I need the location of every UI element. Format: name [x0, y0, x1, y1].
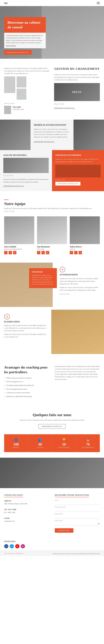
social-fb-1[interactable]: f: [4, 251, 8, 254]
equipe-section: Notre équipe Sample text. Click to selec…: [0, 191, 104, 260]
logo[interactable]: logo: [4, 2, 8, 4]
field1-input[interactable]: [55, 502, 100, 505]
member-role-1: gérance de la programmation: [4, 248, 34, 250]
stat-number-clients: 40: [30, 442, 51, 446]
avantage-item-6: Renforcez vos opportunités de réseautage: [4, 395, 49, 398]
hero-section: Bienvenue au cabinet de conseil Lorem ip…: [0, 6, 104, 59]
faits-btn[interactable]: APPRENDRE ENCORE PLUS: [39, 424, 66, 429]
social-icons-3: f t in: [70, 251, 100, 254]
gestion-left-text: Sample text. Click to select the text bo…: [4, 67, 50, 75]
social-youtube[interactable]: ▶: [15, 544, 19, 548]
newsletter-col-title: REJOINDRE NOTRE NEWSLETTER: [55, 494, 89, 497]
equipe-intro: Sample text. Click to select the text bo…: [4, 207, 100, 210]
strat-left: STRATÉGIE Sed blandit libero volutpat se…: [0, 262, 53, 307]
faits-title: Quelques faits sur nous: [4, 413, 100, 417]
social-fb-2[interactable]: f: [37, 251, 40, 254]
team-member-3: Jeffrey Brown directeur f t in: [70, 216, 100, 254]
social-row: f t ▶ in: [4, 544, 100, 548]
stat-icon-equipe: 🏆: [54, 438, 75, 442]
field4-select[interactable]: [55, 522, 100, 526]
models-learn-more[interactable]: APPRENDRE ENCORE PLUS: [34, 141, 54, 142]
stat-recompenses: 🏅 76 RÉCOMPENSES: [76, 434, 100, 452]
stat-label-recompenses: RÉCOMPENSES: [77, 447, 98, 448]
stat-number-equipe: 20: [54, 442, 75, 446]
strategie-learn-more[interactable]: APPRENDRE ENCORE PLUS: [55, 182, 80, 186]
contact-col: Contactez-nous ADRESSE 4962 10 Bureau Av…: [4, 494, 49, 533]
analyse-text: Duis aute irure dolor in reprehenderit i…: [3, 178, 49, 183]
analyse-caption: Image de Freepik: [3, 175, 13, 176]
ideas-label: IDEAS: [72, 91, 82, 94]
gestion-person: May Smith responsable conseil: [4, 106, 50, 114]
social-tw-1[interactable]: t: [9, 251, 12, 254]
form-row-4: Entrer un titre: [55, 520, 100, 526]
social-tw-2[interactable]: t: [41, 251, 45, 254]
contact-info: ADRESSE 4962 10 Bureau Avenue, 132/34-18…: [4, 500, 49, 522]
faits-section: Quelques faits sur nous sample text. Cli…: [0, 404, 104, 458]
newsletter-col: REJOINDRE NOTRE NEWSLETTER Nom 1 Entrer …: [55, 494, 100, 533]
strategie-image: [55, 165, 101, 177]
models-center: MODÈLES D'EXPLOITATION Sample text. Clic…: [31, 120, 73, 150]
contact-newsletter: Contactez-nous ADRESSE 4962 10 Bureau Av…: [0, 488, 104, 538]
social-ig-2[interactable]: in: [46, 251, 49, 254]
avantages-left: Avantages du coaching pour les particuli…: [4, 365, 49, 399]
person-title: responsable conseil: [13, 108, 24, 110]
social-tw-3[interactable]: t: [74, 251, 77, 254]
footer-link[interactable]: Contacter-nous. Click to edit text. Clic…: [52, 553, 100, 554]
contact-email: nom@email.com: [4, 520, 49, 522]
team-grid: Alex Grinfield gérance de la programmati…: [4, 216, 100, 254]
field2-input[interactable]: [55, 508, 100, 512]
hero-cta-button[interactable]: APPRENDRE ENCORE PLUS: [4, 50, 32, 55]
strat-right: ⚙ AUTOMATISATION Sample text. Click to s…: [53, 262, 104, 307]
social-facebook[interactable]: f: [4, 544, 8, 548]
stat-projets: 👤 100 PROJETS: [4, 434, 28, 452]
analyse-row: ANALYSE DES DONNÉES Image de Freepik Dui…: [0, 150, 104, 191]
social-twitter[interactable]: t: [10, 544, 14, 548]
social-ig-3[interactable]: in: [79, 251, 82, 254]
address-label: ADRESSE: [4, 500, 11, 502]
models-title: MODÈLES D'EXPLOITATION: [34, 124, 70, 126]
stat-number-projets: 100: [6, 442, 27, 446]
hero-title-box: Bienvenue au cabinet de conseil: [4, 17, 46, 33]
strat-box-text: Sed blandit libero volutpat sed cras. Ad…: [32, 274, 54, 285]
member-role-3: directeur: [70, 248, 100, 250]
team-member-2: Ann Richmond chef conseil f t in: [37, 216, 67, 254]
ideas-image: IDEAS: [54, 83, 100, 101]
hero-caption[interactable]: Image de Freepik: [6, 45, 16, 46]
social-instagram[interactable]: in: [21, 544, 25, 548]
models-section: MODÈLES D'EXPLOITATION Sample text. Clic…: [0, 120, 104, 191]
gestion-learn-more[interactable]: APPRENDRE ENCORE PLUS: [54, 107, 75, 109]
avantage-item-2: Niveau d'engagement accru: [4, 380, 49, 383]
member-name-1: Alex Grinfield: [4, 246, 34, 248]
avantage-item-1: Établir et agir pour atteindre les objec…: [4, 377, 49, 379]
submit-button[interactable]: SOUMETTRE: [55, 528, 73, 533]
stats-row: 👤 100 PROJETS 👥 40 CLIENTS 🏆 20 NOTRE ÉQ…: [4, 434, 100, 452]
social-fb-3[interactable]: f: [70, 251, 73, 254]
analyse-learn-more[interactable]: APPRENDRE ENCORE PLUS: [3, 185, 24, 187]
field3-input[interactable]: [55, 515, 100, 518]
auto-caption: Images de Freepik: [60, 293, 70, 295]
faits-text: sample text. Click to select the text bo…: [17, 419, 87, 422]
email-label: E-MAIL: [4, 517, 10, 519]
stat-label-projets: PROJETS: [6, 447, 27, 448]
footer: ©2021 Politique de confidentialité Conta…: [0, 550, 104, 556]
gestion-caption: Images de Freepik: [4, 102, 15, 104]
member-name-2: Ann Richmond: [37, 246, 67, 248]
contact-phone: 001 - 9990 - 9996: [4, 511, 49, 514]
member-name-3: Jeffrey Brown: [70, 246, 100, 248]
phone-label: TEL / FAX / MOB: [4, 508, 16, 510]
planif-icon-symbol: 📋: [6, 316, 8, 318]
planif-right: [51, 310, 104, 354]
equipe-caption: Images de Freepik: [4, 210, 15, 212]
social-ig-1[interactable]: in: [13, 251, 16, 254]
hero-title: Bienvenue au cabinet de conseil: [8, 20, 42, 30]
member-role-2: chef conseil: [37, 248, 67, 250]
stat-equipe: 🏆 20 NOTRE ÉQUIPE: [52, 434, 76, 452]
contact-address: 4962 10 Bureau Avenue, 132/34-1861: [4, 502, 49, 505]
form-row-2: Entrer votre e-mail: [55, 506, 100, 512]
person-photo: [4, 106, 11, 114]
stat-icon-clients: 👥: [30, 438, 51, 442]
hamburger-menu[interactable]: [97, 2, 100, 4]
person-name: May Smith: [13, 106, 24, 108]
models-row: MODÈLES D'EXPLOITATION Sample text. Clic…: [0, 120, 104, 150]
orange-decorative-line: [4, 200, 8, 200]
